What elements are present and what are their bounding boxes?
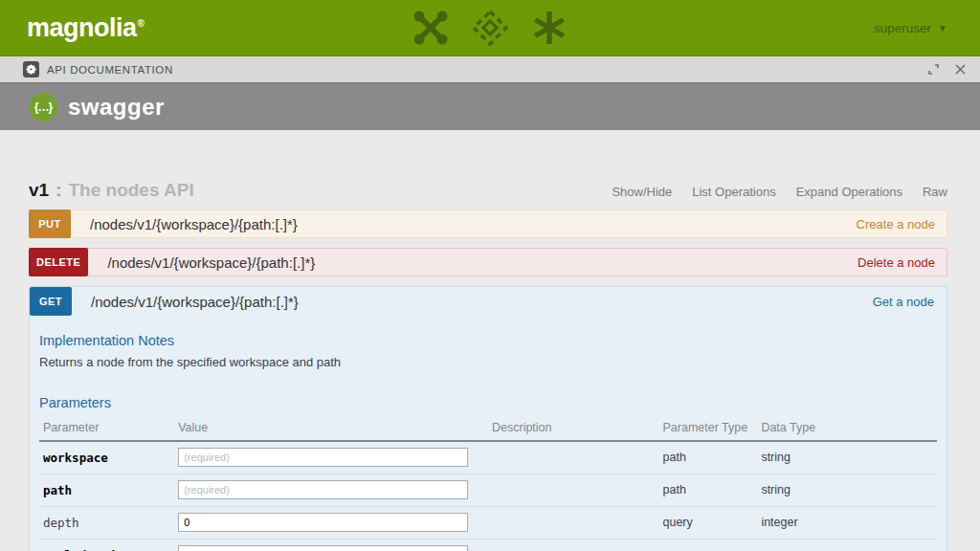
implementation-notes-heading: Implementation Notes <box>39 333 937 348</box>
magnolia-header: magnolia® superuser ▼ <box>0 0 980 56</box>
parameters-header-row: Parameter Value Description Parameter Ty… <box>39 412 937 441</box>
nodes-network-icon[interactable] <box>412 9 450 47</box>
asterisk-icon[interactable] <box>530 9 568 47</box>
api-title-separator: : <box>56 180 61 200</box>
endpoint-put-path[interactable]: /nodes/v1/{workspace}/{path:[.]*} <box>90 216 298 232</box>
endpoint-delete: DELETE /nodes/v1/{workspace}/{path:[.]*}… <box>29 248 947 276</box>
endpoint-get-row[interactable]: GET /nodes/v1/{workspace}/{path:[.]*} Ge… <box>30 287 947 316</box>
endpoint-get-action-link[interactable]: Get a node <box>873 295 934 309</box>
packages-icon[interactable] <box>471 9 509 47</box>
parameters-table: Parameter Value Description Parameter Ty… <box>39 412 937 551</box>
swagger-content: v1:The nodes API Show/Hide List Operatio… <box>0 130 980 551</box>
parameters-heading: Parameters <box>39 395 937 410</box>
user-name: superuser <box>874 21 931 35</box>
method-badge-put[interactable]: PUT <box>29 209 71 238</box>
param-type: path <box>659 474 758 506</box>
api-version: v1 <box>29 180 49 200</box>
api-docs-app-icon <box>23 61 39 77</box>
swagger-brand: swagger <box>68 94 165 121</box>
app-tabbar: API DOCUMENTATION <box>0 56 980 82</box>
link-show-hide[interactable]: Show/Hide <box>612 185 672 199</box>
col-data-type: Data Type <box>757 412 937 441</box>
api-header: v1:The nodes API Show/Hide List Operatio… <box>29 180 947 201</box>
tab-label: API DOCUMENTATION <box>47 64 173 76</box>
close-icon[interactable] <box>954 63 967 76</box>
user-menu[interactable]: superuser ▼ <box>874 21 947 35</box>
endpoint-delete-path[interactable]: /nodes/v1/{workspace}/{path:[.]*} <box>107 254 315 271</box>
magnolia-logo: magnolia® <box>27 13 144 43</box>
param-name: depth <box>39 506 174 539</box>
param-type: path <box>659 441 758 474</box>
param-description <box>488 539 659 551</box>
param-description <box>488 441 659 474</box>
registered-mark: ® <box>138 18 145 29</box>
endpoint-delete-action-link[interactable]: Delete a node <box>858 255 935 270</box>
endpoint-delete-row[interactable]: DELETE /nodes/v1/{workspace}/{path:[.]*}… <box>29 248 947 276</box>
col-parameter-type: Parameter Type <box>659 412 758 441</box>
swagger-logo-icon: {…} <box>29 93 57 121</box>
param-name: path <box>39 474 174 506</box>
param-name: excludeNodeTypes <box>39 539 174 551</box>
api-links: Show/Hide List Operations Expand Operati… <box>612 185 947 199</box>
col-parameter: Parameter <box>39 412 174 441</box>
param-description <box>488 474 659 506</box>
depth-input[interactable] <box>178 513 468 532</box>
param-row-excludeNodeTypes: excludeNodeTypes <box>39 539 937 551</box>
endpoint-get-path[interactable]: /nodes/v1/{workspace}/{path:[.]*} <box>91 294 299 310</box>
endpoint-put-action-link[interactable]: Create a node <box>857 217 935 231</box>
param-row-workspace: workspace path string <box>39 441 937 474</box>
param-data-type <box>757 539 937 551</box>
method-badge-get[interactable]: GET <box>30 287 72 316</box>
path-input[interactable] <box>178 480 468 499</box>
app-launcher-icons <box>412 9 568 47</box>
endpoint-get-body: Implementation Notes Returns a node from… <box>30 316 947 551</box>
endpoint-put: PUT /nodes/v1/{workspace}/{path:[.]*} Cr… <box>29 209 947 238</box>
swagger-header: {…} swagger <box>0 82 980 130</box>
param-type <box>659 539 758 551</box>
endpoint-put-row[interactable]: PUT /nodes/v1/{workspace}/{path:[.]*} Cr… <box>29 209 947 238</box>
api-title: v1:The nodes API <box>29 180 194 201</box>
col-value: Value <box>174 412 488 441</box>
param-type: query <box>659 506 758 539</box>
method-badge-delete[interactable]: DELETE <box>29 248 88 276</box>
link-raw[interactable]: Raw <box>923 185 947 199</box>
param-data-type: string <box>757 474 937 506</box>
col-description: Description <box>488 412 659 441</box>
fullscreen-icon[interactable] <box>927 63 940 76</box>
tab-controls <box>927 63 967 76</box>
link-list-operations[interactable]: List Operations <box>692 185 775 199</box>
param-data-type: integer <box>757 506 937 539</box>
tab-api-documentation[interactable]: API DOCUMENTATION <box>23 61 173 77</box>
param-row-depth: depth query integer <box>39 506 937 539</box>
endpoint-get: GET /nodes/v1/{workspace}/{path:[.]*} Ge… <box>29 286 947 551</box>
chevron-down-icon: ▼ <box>938 23 947 33</box>
excludeNodeTypes-input[interactable] <box>178 545 468 551</box>
workspace-input[interactable] <box>178 448 468 467</box>
param-description <box>488 506 659 539</box>
api-name: The nodes API <box>68 180 193 200</box>
link-expand-operations[interactable]: Expand Operations <box>796 185 902 199</box>
param-name: workspace <box>39 441 174 474</box>
implementation-notes-text: Returns a node from the specified worksp… <box>39 355 937 369</box>
param-data-type: string <box>757 441 937 474</box>
param-row-path: path path string <box>39 474 937 506</box>
magnolia-logo-text: magnolia <box>27 13 137 42</box>
